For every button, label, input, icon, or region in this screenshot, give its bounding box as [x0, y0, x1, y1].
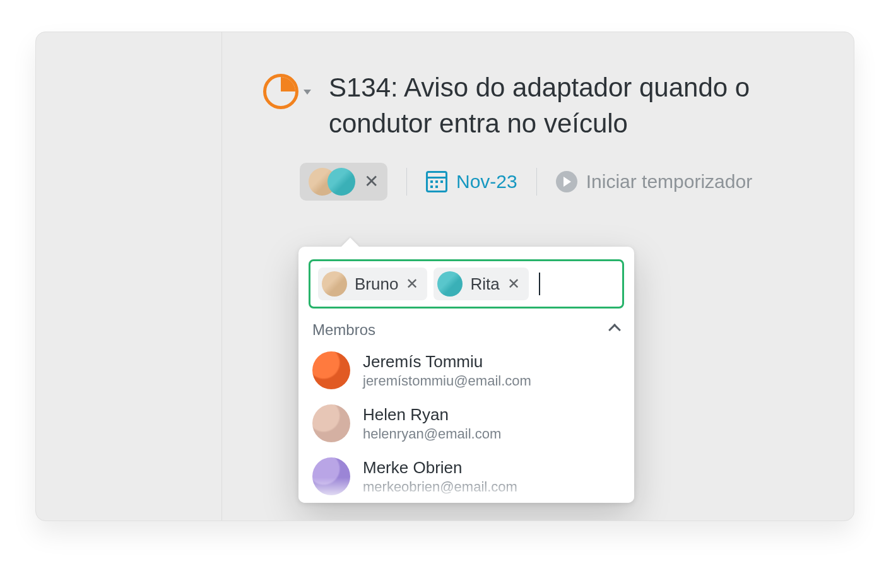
- assignee-token[interactable]: Bruno ✕: [318, 268, 427, 300]
- members-section-header[interactable]: Membros: [298, 309, 634, 344]
- avatar: [312, 404, 350, 442]
- member-name: Helen Ryan: [363, 405, 501, 425]
- member-email: jeremístommiu@email.com: [363, 373, 531, 389]
- popover-arrow: [341, 238, 359, 256]
- text-cursor: [539, 273, 540, 295]
- avatar: [437, 271, 463, 297]
- assignee-picker-popover: Bruno ✕ Rita ✕ Membros Jeremís Tommiu: [298, 247, 634, 503]
- token-name: Rita: [470, 274, 499, 294]
- token-name: Bruno: [355, 274, 398, 294]
- member-option[interactable]: Merke Obrien merkeobrien@email.com: [298, 450, 634, 503]
- member-email: helenryan@email.com: [363, 426, 501, 442]
- remove-token-icon[interactable]: ✕: [406, 275, 418, 293]
- avatar: [312, 457, 350, 495]
- due-date-button[interactable]: Nov-23: [426, 171, 517, 192]
- member-name: Jeremís Tommiu: [363, 352, 531, 372]
- members-label: Membros: [312, 321, 375, 339]
- task-title[interactable]: S134: Aviso do adaptador quando o condut…: [329, 70, 829, 141]
- separator: [406, 168, 407, 196]
- member-email: merkeobrien@email.com: [363, 479, 517, 495]
- member-option[interactable]: Helen Ryan helenryan@email.com: [298, 397, 634, 450]
- sidebar-divider: [221, 32, 222, 520]
- calendar-icon: [426, 171, 447, 192]
- avatar: [322, 271, 347, 297]
- timer-label: Iniciar temporizador: [586, 171, 752, 192]
- start-timer-button[interactable]: Iniciar temporizador: [556, 171, 752, 192]
- assignee-token[interactable]: Rita ✕: [434, 268, 528, 300]
- avatar: [312, 351, 350, 389]
- remove-token-icon[interactable]: ✕: [507, 275, 520, 293]
- avatar: [327, 168, 355, 196]
- quarter-pie-icon: [263, 74, 298, 109]
- assignee-search-input[interactable]: Bruno ✕ Rita ✕: [309, 259, 624, 309]
- task-detail-panel: S134: Aviso do adaptador quando o condut…: [35, 32, 854, 521]
- status-dropdown[interactable]: [263, 74, 311, 109]
- chevron-down-icon: [304, 90, 311, 95]
- assignees-chip[interactable]: ✕: [300, 163, 387, 201]
- separator: [536, 168, 537, 196]
- clear-assignees-icon[interactable]: ✕: [364, 173, 379, 191]
- assignee-avatars: [309, 168, 355, 196]
- due-date-label: Nov-23: [456, 171, 517, 192]
- chevron-up-icon: [608, 324, 621, 336]
- play-icon: [556, 171, 577, 192]
- member-option[interactable]: Jeremís Tommiu jeremístommiu@email.com: [298, 344, 634, 397]
- member-name: Merke Obrien: [363, 458, 517, 478]
